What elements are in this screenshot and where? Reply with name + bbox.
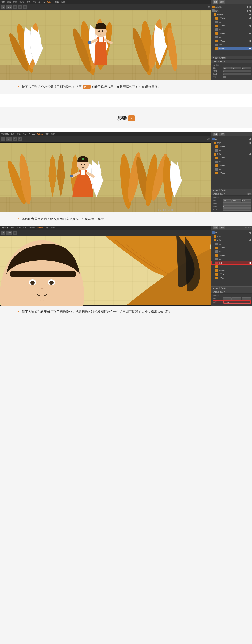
layer-item[interactable]: BSP (215, 20, 252, 24)
menu2-render[interactable]: 渲染 (17, 133, 20, 136)
toolbar-btn-3[interactable]: ⬛ (13, 5, 17, 9)
menu-tag[interactable]: 标签 (32, 1, 36, 3)
tab2-scene[interactable]: 场景 (219, 133, 225, 136)
prop-move-z-3[interactable] (242, 298, 251, 300)
collapse-arrow-2[interactable] (213, 190, 214, 191)
prop-seg-input[interactable] (223, 70, 251, 72)
menu2-corona[interactable]: Corona (28, 133, 35, 135)
toolbar2-btn-4[interactable]: ⬛ (18, 137, 22, 141)
prop-move-y-3[interactable] (232, 298, 241, 300)
toolbar3-btn-1[interactable]: Z (1, 231, 5, 235)
layer-item[interactable]: 叶子136 (215, 16, 252, 20)
toolbar-btn-1[interactable]: Z (1, 5, 5, 9)
vis-dot[interactable] (250, 240, 251, 241)
layer-item[interactable]: 叶子134 (215, 32, 252, 35)
menu-octane[interactable]: Octane (47, 1, 53, 3)
menu2-angle[interactable]: 角度 (11, 133, 15, 136)
toolbar2-btn-2[interactable]: XYZ (6, 137, 12, 141)
layer-item[interactable]: BSP (215, 168, 252, 171)
toolbar-btn-5[interactable]: ⬛ (23, 5, 27, 9)
layer-item[interactable]: 背景1 (213, 141, 252, 145)
vis-dot[interactable] (250, 138, 251, 140)
menu2-help[interactable]: 帮助 (51, 133, 55, 136)
tab2-objects[interactable]: 对象 (213, 133, 218, 136)
prop-move-z[interactable] (242, 67, 251, 69)
layer-item[interactable]: BSP (215, 35, 252, 39)
layer-item[interactable]: 叶子134 (215, 254, 252, 257)
vis-dot[interactable] (250, 14, 251, 15)
layer-item[interactable]: BSP (215, 160, 252, 164)
prop-bevel-input[interactable] (223, 73, 251, 75)
menu2-window[interactable]: 窗口 (45, 133, 49, 136)
layer-item[interactable]: BSP (215, 250, 252, 254)
tab-scene[interactable]: 场景 (219, 0, 225, 4)
menu2-indicate[interactable]: 指示 (23, 133, 26, 136)
prop-seg-input-2[interactable] (223, 202, 251, 205)
prop-radius-input[interactable] (224, 301, 250, 304)
layer-item[interactable]: 叶子组1 (213, 12, 252, 16)
layer-item[interactable]: 背景3 (213, 234, 252, 238)
layer-item[interactable]: 叶子5.1 (215, 276, 252, 280)
layer-item[interactable]: BSP (215, 28, 252, 32)
layer-item[interactable]: 叶子134 (215, 164, 252, 168)
menu3-render[interactable]: 渲染 (17, 226, 20, 229)
toolbar2-btn-3[interactable]: ⬛ (13, 137, 17, 141)
layer-item[interactable]: 叶子136 (215, 145, 252, 148)
layer-item-selected-3[interactable]: 道具 (215, 261, 252, 265)
layer-item[interactable]: 叶子2 (213, 152, 252, 156)
menu-help[interactable]: 帮助 (61, 1, 65, 3)
prop-move-x[interactable] (223, 67, 232, 69)
layer-item[interactable]: BSP (215, 43, 252, 47)
menu-object[interactable]: 对象 (27, 1, 30, 3)
menu3-file[interactable]: 文件坐标 (1, 226, 9, 229)
layer-item[interactable]: 叶子135 (215, 246, 252, 250)
layer-item[interactable]: 叶子54.2 (215, 171, 252, 175)
tab3-scene[interactable]: 场景 (219, 226, 225, 229)
layer-item[interactable]: 人物主体 (211, 5, 252, 9)
menu-window[interactable]: 窗口 (55, 1, 59, 3)
vis-dot[interactable] (247, 6, 249, 8)
prop-move-z-2[interactable] (242, 200, 251, 202)
menu3-help[interactable]: 帮助 (51, 226, 55, 229)
layer-item-ls[interactable]: LS (211, 137, 252, 141)
menu3-window[interactable]: 窗口 (45, 226, 49, 229)
layer-item[interactable]: 叶子135 (215, 24, 252, 28)
prop-move-y[interactable] (232, 67, 241, 69)
vis-dot2[interactable] (250, 10, 251, 12)
vis-dot[interactable] (250, 262, 251, 264)
prop-split-toggle[interactable] (223, 76, 226, 78)
layer-item[interactable]: BSP (215, 242, 252, 246)
vis-dot[interactable] (250, 40, 251, 42)
prop-move-x-3[interactable] (223, 298, 232, 300)
toolbar-btn-2[interactable]: XYZ (6, 5, 12, 9)
menu3-corona[interactable]: Corona (28, 227, 35, 229)
menu2-octane[interactable]: Octane (37, 133, 43, 135)
layer-item[interactable]: BSP (215, 257, 252, 261)
menu3-angle[interactable]: 角度 (11, 226, 15, 229)
prop-move-x-2[interactable] (223, 200, 232, 202)
vis-dot2[interactable] (250, 6, 251, 8)
tab-objects[interactable]: 对象 (213, 0, 218, 4)
layer-item[interactable]: 叶子135 (215, 156, 252, 160)
vis-dot[interactable] (250, 32, 251, 34)
toolbar-btn-4[interactable]: ⬛ (18, 5, 22, 9)
prop-move-y-2[interactable] (232, 200, 241, 202)
vis-dot[interactable] (250, 142, 251, 144)
layer-item-selected[interactable]: 叶子54.1 (215, 47, 252, 50)
menu-render[interactable]: 渲染器 (19, 1, 24, 3)
menu-file[interactable]: 文件 (1, 1, 5, 3)
prop-max-input-2[interactable] (223, 208, 251, 210)
vis-dot[interactable] (247, 10, 249, 12)
prop-bevel-input-2[interactable] (223, 205, 251, 208)
layer-item[interactable]: 叶子54.2 (215, 268, 252, 272)
menu-edit[interactable]: 编辑 (7, 1, 11, 3)
toolbar3-btn-3[interactable]: ⬛ (13, 231, 17, 235)
toolbar3-btn-2[interactable]: XYZ (6, 231, 12, 235)
menu-corona[interactable]: Corona (38, 1, 45, 3)
vis-dot[interactable] (250, 18, 251, 19)
layer-item[interactable]: 背景 (211, 9, 252, 12)
menu2-file[interactable]: 文件坐标 (1, 133, 9, 136)
tab3-objects[interactable]: 对象 (213, 226, 218, 229)
layer-item[interactable]: 叶子2 (213, 238, 252, 242)
vis-dot[interactable] (250, 232, 251, 234)
